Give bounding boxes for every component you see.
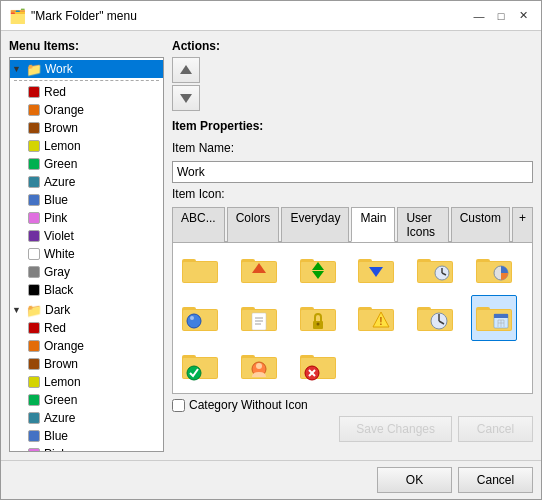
down-arrow-icon [179, 91, 193, 105]
tree-item-orange1[interactable]: Orange [10, 101, 163, 119]
item-name-input[interactable] [172, 161, 533, 183]
color-dot-brown2 [28, 358, 40, 370]
tree-item-lemon1[interactable]: Lemon [10, 137, 163, 155]
tree-container[interactable]: ▼ 📁 Work Red Orange Brown [9, 57, 164, 452]
folder-icon-down-arrow [358, 255, 394, 285]
tree-label-blue1: Blue [44, 193, 68, 207]
tree-item-brown2[interactable]: Brown [10, 355, 163, 373]
color-dot-lemon2 [28, 376, 40, 388]
tree-item-blue1[interactable]: Blue [10, 191, 163, 209]
color-dot-green1 [28, 158, 40, 170]
tree-item-white1[interactable]: White [10, 245, 163, 263]
window: 🗂️ "Mark Folder" menu — □ ✕ Menu Items: … [0, 0, 542, 500]
tree-item-gray1[interactable]: Gray [10, 263, 163, 281]
icon-cell-6[interactable] [177, 295, 223, 341]
svg-rect-60 [494, 314, 508, 318]
tab-colors[interactable]: Colors [227, 207, 280, 242]
icon-cell-11[interactable] [471, 295, 517, 341]
folder-icon-dark: 📁 [26, 303, 42, 317]
save-changes-button[interactable]: Save Changes [339, 416, 452, 442]
tree-item-work[interactable]: ▼ 📁 Work [10, 60, 163, 78]
category-without-icon-checkbox[interactable] [172, 399, 185, 412]
tab-abc[interactable]: ABC... [172, 207, 225, 242]
expand-icon-work: ▼ [12, 64, 26, 74]
dotted-separator [14, 80, 159, 81]
titlebar: 🗂️ "Mark Folder" menu — □ ✕ [1, 1, 541, 31]
tree-item-violet1[interactable]: Violet [10, 227, 163, 245]
tab-custom[interactable]: Custom [451, 207, 510, 242]
color-dot-lemon1 [28, 140, 40, 152]
icon-cell-12[interactable] [177, 343, 223, 389]
folder-icon-plain [182, 255, 218, 285]
tree-item-dark[interactable]: ▼ 📁 Dark [10, 301, 163, 319]
folder-icon-calendar [476, 303, 512, 333]
icon-cell-13[interactable] [236, 343, 282, 389]
item-icon-label: Item Icon: [172, 187, 533, 201]
tree-item-black1[interactable]: Black [10, 281, 163, 299]
tree-label-orange1: Orange [44, 103, 84, 117]
icon-section: ABC... Colors Everyday Main User Icons C… [172, 207, 533, 442]
icon-cell-14[interactable] [295, 343, 341, 389]
color-dot-white1 [28, 248, 40, 260]
tree-label-pink1: Pink [44, 211, 67, 225]
move-up-button[interactable] [172, 57, 200, 83]
icon-grid-container[interactable]: ! [172, 242, 533, 394]
tree-item-green2[interactable]: Green [10, 391, 163, 409]
color-dot-violet1 [28, 230, 40, 242]
svg-point-31 [187, 314, 201, 328]
folder-icon-warning: ! [358, 303, 394, 333]
color-dot-pink1 [28, 212, 40, 224]
close-button[interactable]: ✕ [513, 6, 533, 26]
icon-cell-0[interactable] [177, 247, 223, 293]
tree-item-azure2[interactable]: Azure [10, 409, 163, 427]
tree-label-white1: White [44, 247, 75, 261]
tree-item-blue2[interactable]: Blue [10, 427, 163, 445]
icon-cell-10[interactable] [412, 295, 458, 341]
tree-item-brown1[interactable]: Brown [10, 119, 163, 137]
ok-button[interactable]: OK [377, 467, 452, 493]
tab-usericons[interactable]: User Icons [397, 207, 448, 242]
icon-cell-1[interactable] [236, 247, 282, 293]
tree-item-azure1[interactable]: Azure [10, 173, 163, 191]
actions-label: Actions: [172, 39, 533, 53]
tree-item-green1[interactable]: Green [10, 155, 163, 173]
tree-item-pink2[interactable]: Pink [10, 445, 163, 452]
icon-cell-7[interactable] [236, 295, 282, 341]
tree-item-orange2[interactable]: Orange [10, 337, 163, 355]
folder-icon-clock2 [417, 303, 453, 333]
folder-icon-check [182, 351, 218, 381]
color-dot-blue1 [28, 194, 40, 206]
tree-item-red1[interactable]: Red [10, 83, 163, 101]
expand-icon-dark: ▼ [12, 305, 26, 315]
svg-rect-4 [183, 262, 217, 282]
tree-item-lemon2[interactable]: Lemon [10, 373, 163, 391]
tab-everyday[interactable]: Everyday [281, 207, 349, 242]
tree-label-brown2: Brown [44, 357, 78, 371]
tree-item-red2[interactable]: Red [10, 319, 163, 337]
icon-grid: ! [177, 247, 528, 389]
folder-icon-pie [476, 255, 512, 285]
tree-label-brown1: Brown [44, 121, 78, 135]
window-icon: 🗂️ [9, 8, 25, 24]
titlebar-controls: — □ ✕ [469, 6, 533, 26]
minimize-button[interactable]: — [469, 6, 489, 26]
icon-cell-2[interactable] [295, 247, 341, 293]
tree-label-pink2: Pink [44, 447, 67, 452]
tab-plus[interactable]: + [512, 207, 533, 242]
cancel-button[interactable]: Cancel [458, 467, 533, 493]
icon-cell-3[interactable] [353, 247, 399, 293]
move-down-button[interactable] [172, 85, 200, 111]
maximize-button[interactable]: □ [491, 6, 511, 26]
tree-item-pink1[interactable]: Pink [10, 209, 163, 227]
folder-icon-up-arrow [241, 255, 277, 285]
inner-cancel-button[interactable]: Cancel [458, 416, 533, 442]
tree-label-lemon1: Lemon [44, 139, 81, 153]
icon-cell-8[interactable] [295, 295, 341, 341]
icon-cell-9[interactable]: ! [353, 295, 399, 341]
tab-main[interactable]: Main [351, 207, 395, 242]
left-panel: Menu Items: ▼ 📁 Work Red Orange [9, 39, 164, 452]
icon-cell-5[interactable] [471, 247, 517, 293]
icon-cell-4[interactable] [412, 247, 458, 293]
tree-label-blue2: Blue [44, 429, 68, 443]
tree-label-azure1: Azure [44, 175, 75, 189]
